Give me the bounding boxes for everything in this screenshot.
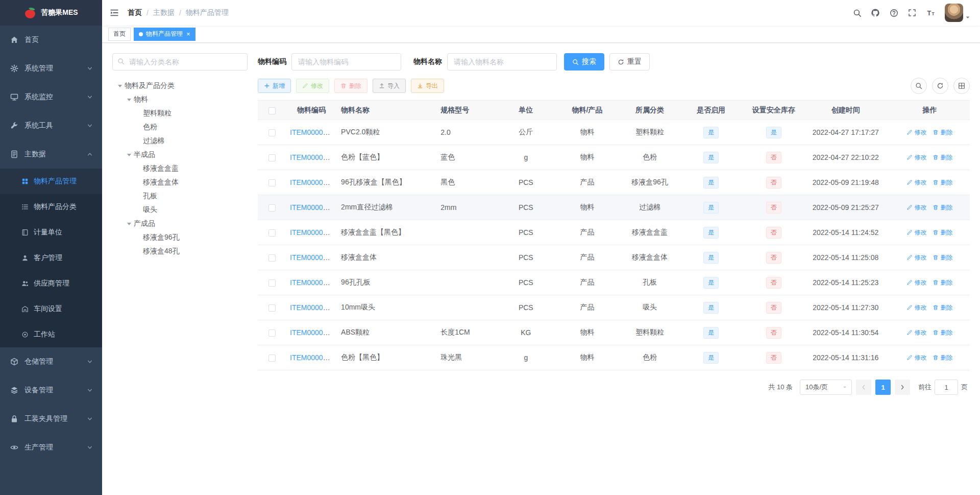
tree-node[interactable]: 移液盒盒体 [112,175,248,189]
column-settings-button[interactable] [953,78,970,94]
tree-node[interactable]: 物料及产品分类 [112,79,248,92]
tree-node[interactable]: 移液盒96孔 [112,230,248,244]
material-code-link[interactable]: ITEM00000037 [290,128,337,136]
row-delete-button[interactable]: 删除 [933,228,952,237]
row-edit-button[interactable]: 修改 [906,203,926,212]
tree-node[interactable]: 产成品 [112,217,248,230]
tree-node[interactable]: 过滤棉 [112,134,248,148]
sidebar-subitem-4-1[interactable]: 物料产品分类 [0,194,102,220]
material-code-link[interactable]: ITEM00000046 [290,178,337,186]
add-button[interactable]: 新增 [258,79,291,93]
row-delete-button[interactable]: 删除 [933,253,952,262]
row-delete-button[interactable]: 删除 [933,178,952,187]
edit-button[interactable]: 修改 [296,79,329,93]
row-delete-button[interactable]: 删除 [933,203,952,212]
search-button[interactable]: 搜索 [564,53,604,70]
row-checkbox[interactable] [268,355,276,362]
row-checkbox[interactable] [268,129,276,136]
row-delete-button[interactable]: 删除 [933,128,952,137]
row-edit-button[interactable]: 修改 [906,128,926,137]
sidebar-item-1[interactable]: 系统管理 [0,54,102,83]
material-code-link[interactable]: ITEM00000049 [290,203,337,211]
sidebar-item-8[interactable]: 生产管理 [0,433,102,462]
row-delete-button[interactable]: 删除 [933,353,952,362]
sidebar-item-3[interactable]: 系统工具 [0,111,102,140]
sidebar-item-7[interactable]: 工装夹具管理 [0,405,102,433]
tree-node[interactable]: 色粉 [112,120,248,134]
toggle-search-button[interactable] [911,78,927,94]
row-delete-button[interactable]: 删除 [933,278,952,287]
page-number-button[interactable]: 1 [875,380,891,395]
row-checkbox[interactable] [268,229,276,237]
tree-node[interactable]: 移液盒盒盖 [112,161,248,175]
row-edit-button[interactable]: 修改 [906,278,926,287]
reset-button[interactable]: 重置 [609,53,650,70]
tree-node[interactable]: 孔板 [112,189,248,203]
tab-0[interactable]: 首页 [108,28,131,41]
name-filter-input[interactable] [447,53,557,70]
fullscreen-icon[interactable] [903,0,921,26]
material-code-link[interactable]: ITEM00000051 [290,228,337,237]
hamburger-icon[interactable] [102,0,127,26]
next-page-button[interactable] [895,380,910,395]
sidebar-subitem-4-0[interactable]: 物料产品管理 [0,169,102,194]
breadcrumb-item-1[interactable]: 主数据 [153,8,175,17]
material-code-link[interactable]: ITEM00000041 [290,153,337,161]
row-delete-button[interactable]: 删除 [933,328,952,337]
goto-page-input[interactable] [935,380,958,395]
row-checkbox[interactable] [268,329,276,337]
row-edit-button[interactable]: 修改 [906,303,926,312]
row-delete-button[interactable]: 删除 [933,153,952,162]
search-icon[interactable] [848,0,866,26]
material-code-link[interactable]: ITEM00000056 [290,353,337,362]
row-edit-button[interactable]: 修改 [906,153,926,162]
sidebar-item-5[interactable]: 仓储管理 [0,347,102,376]
row-edit-button[interactable]: 修改 [906,328,926,337]
row-checkbox[interactable] [268,204,276,211]
select-all-checkbox[interactable] [268,107,276,114]
tree-node[interactable]: 吸头 [112,203,248,217]
tree-node[interactable]: 塑料颗粒 [112,106,248,120]
material-code-link[interactable]: ITEM00000053 [290,278,337,287]
delete-button[interactable]: 删除 [334,79,368,93]
question-icon[interactable] [885,0,903,26]
row-edit-button[interactable]: 修改 [906,178,926,187]
material-code-link[interactable]: ITEM00000052 [290,253,337,262]
row-edit-button[interactable]: 修改 [906,228,926,237]
tree-expand-caret-icon[interactable] [125,219,134,228]
code-filter-input[interactable] [291,53,401,70]
sidebar-subitem-4-5[interactable]: 车间设置 [0,296,102,322]
sidebar-subitem-4-6[interactable]: 工作站 [0,322,102,347]
tab-1[interactable]: 物料产品管理× [134,28,195,41]
sidebar-subitem-4-4[interactable]: 供应商管理 [0,271,102,296]
tree-expand-caret-icon[interactable] [125,150,134,159]
sidebar-item-4[interactable]: 主数据 [0,140,102,169]
tree-expand-caret-icon[interactable] [115,81,125,90]
row-delete-button[interactable]: 删除 [933,303,952,312]
tree-node[interactable]: 移液盒48孔 [112,244,248,258]
export-button[interactable]: 导出 [411,79,444,93]
tree-expand-caret-icon[interactable] [125,95,134,104]
category-search-input[interactable] [112,53,248,70]
breadcrumb-item-0[interactable]: 首页 [128,8,142,17]
row-edit-button[interactable]: 修改 [906,353,926,362]
tree-node[interactable]: 物料 [112,92,248,106]
sidebar-subitem-4-2[interactable]: 计量单位 [0,220,102,245]
tree-node[interactable]: 半成品 [112,148,248,161]
user-menu[interactable] [945,4,971,22]
row-edit-button[interactable]: 修改 [906,253,926,262]
refresh-table-button[interactable] [932,78,948,94]
prev-page-button[interactable] [856,380,871,395]
github-icon[interactable] [866,0,885,26]
import-button[interactable]: 导入 [373,79,406,93]
row-checkbox[interactable] [268,254,276,262]
row-checkbox[interactable] [268,179,276,186]
row-checkbox[interactable] [268,304,276,312]
material-code-link[interactable]: ITEM00000055 [290,328,337,337]
material-code-link[interactable]: ITEM00000054 [290,303,337,312]
close-tab-icon[interactable]: × [186,31,190,37]
sidebar-item-0[interactable]: 首页 [0,26,102,54]
row-checkbox[interactable] [268,154,276,161]
sidebar-subitem-4-3[interactable]: 客户管理 [0,245,102,271]
sidebar-item-6[interactable]: 设备管理 [0,376,102,405]
